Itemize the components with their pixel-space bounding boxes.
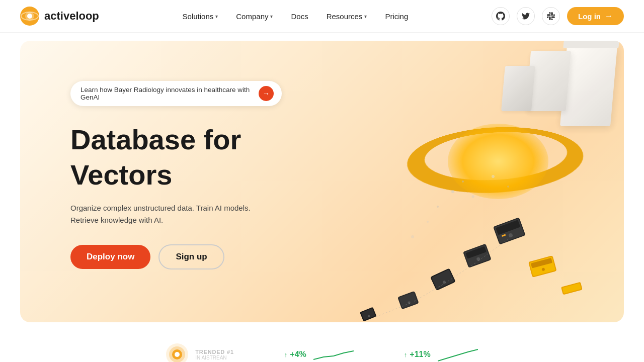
- badge-text: Learn how Bayer Radiology innovates in h…: [80, 86, 253, 101]
- slack-icon[interactable]: [542, 7, 560, 25]
- sparkline-2: [438, 347, 478, 362]
- sparkline-1: [313, 347, 354, 362]
- logo-icon: [20, 7, 39, 26]
- hero-section: Learn how Bayer Radiology innovates in h…: [20, 41, 624, 322]
- hero-description: Organize complex unstructured data. Trai…: [70, 202, 262, 226]
- svg-point-10: [507, 186, 509, 188]
- nav-docs[interactable]: Docs: [291, 12, 308, 21]
- svg-point-7: [437, 206, 439, 208]
- github-icon[interactable]: [492, 7, 510, 25]
- hero-content: Learn how Bayer Radiology innovates in h…: [70, 81, 282, 269]
- svg-point-4: [451, 190, 454, 193]
- svg-point-5: [462, 180, 464, 183]
- trended-stat: TRENDED #1 IN AISTREAN: [166, 343, 233, 362]
- arrow-right-icon: →: [605, 12, 613, 21]
- svg-point-11: [411, 235, 414, 238]
- chevron-down-icon: ▾: [364, 14, 367, 19]
- hero-title-line2: Vectors: [70, 159, 282, 191]
- svg-point-43: [175, 352, 180, 357]
- nav-resources[interactable]: Resources ▾: [327, 12, 367, 21]
- chevron-down-icon: ▾: [270, 14, 273, 19]
- device-chain: [282, 141, 624, 322]
- nav-solutions[interactable]: Solutions ▾: [183, 12, 218, 21]
- navbar: activeloop Solutions ▾ Company ▾ Docs Re…: [0, 0, 644, 33]
- logo[interactable]: activeloop: [20, 7, 99, 26]
- hero-cta-buttons: Deploy now Sign up: [70, 244, 282, 269]
- nav-right: Log in →: [492, 7, 624, 25]
- sign-up-button[interactable]: Sign up: [158, 244, 224, 269]
- deploy-now-button[interactable]: Deploy now: [70, 245, 150, 269]
- hero-title-line1: Database for: [70, 124, 282, 155]
- badge-arrow-button[interactable]: →: [259, 86, 274, 101]
- twitter-icon[interactable]: [517, 7, 535, 25]
- nav-company[interactable]: Company ▾: [236, 12, 273, 21]
- nav-pricing[interactable]: Pricing: [385, 12, 408, 21]
- nav-links: Solutions ▾ Company ▾ Docs Resources ▾ P…: [183, 12, 409, 21]
- login-button[interactable]: Log in →: [567, 7, 624, 25]
- chevron-down-icon: ▾: [215, 14, 218, 19]
- svg-point-8: [492, 175, 495, 178]
- bottom-stats: TRENDED #1 IN AISTREAN ↑ +4% ↑ +11%: [0, 330, 644, 362]
- brand-name: activeloop: [44, 10, 99, 23]
- stat1-item: ↑ +4%: [284, 347, 354, 362]
- trended-label: TRENDED #1 IN AISTREAN: [195, 349, 233, 360]
- svg-point-9: [427, 221, 429, 223]
- hero-announcement-badge[interactable]: Learn how Bayer Radiology innovates in h…: [70, 81, 282, 106]
- svg-point-2: [27, 14, 32, 19]
- stat2-item: ↑ +11%: [404, 347, 478, 362]
- svg-point-6: [472, 196, 474, 198]
- trended-icon: [166, 343, 188, 362]
